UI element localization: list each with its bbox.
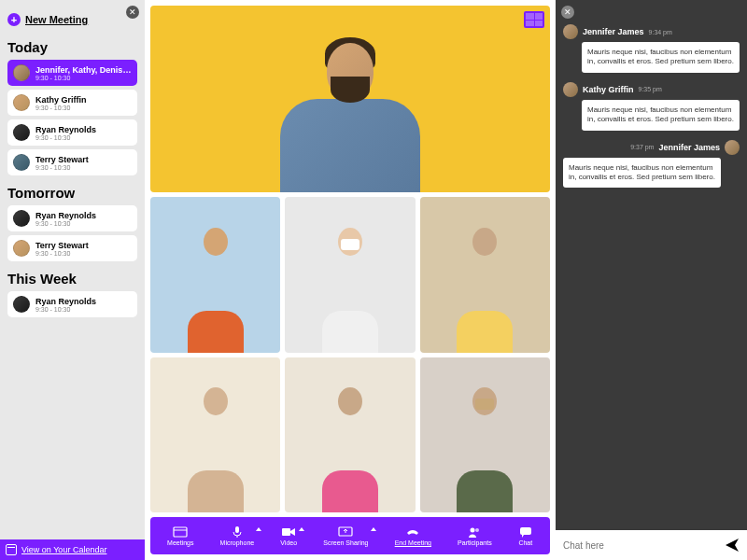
speaker-video[interactable] xyxy=(150,6,550,192)
meeting-item[interactable]: Ryan Reynolds 9:30 - 10:30 xyxy=(7,205,137,231)
meeting-time: 9:30 - 10:30 xyxy=(35,220,96,227)
send-icon[interactable] xyxy=(725,538,740,553)
meeting-time: 9:30 - 10:30 xyxy=(35,164,89,171)
new-meeting-button[interactable]: + New Meeting xyxy=(7,13,137,26)
avatar xyxy=(13,296,30,313)
meeting-time: 9:30 - 10:30 xyxy=(35,250,89,257)
chat-input[interactable] xyxy=(563,540,717,551)
meeting-toolbar: Meetings Microphone Video Screen Sharing… xyxy=(150,517,550,554)
participant-video[interactable] xyxy=(150,357,280,513)
plus-icon: + xyxy=(7,13,21,26)
microphone-icon xyxy=(230,525,245,539)
avatar xyxy=(725,140,740,155)
svg-point-7 xyxy=(475,528,479,532)
meeting-name: Kathy Griffin xyxy=(35,95,87,105)
chat-message: Kathy Griffin9:35 pm Mauris neque nisi, … xyxy=(563,82,740,131)
chat-messages: Jennifer James9:34 pm Mauris neque nisi,… xyxy=(556,0,747,530)
avatar xyxy=(13,124,30,141)
section-today-title: Today xyxy=(7,39,137,55)
meeting-item[interactable]: Jennifer, Kathy, Denise... 9:30 - 10:30 xyxy=(7,60,137,86)
message-text: Mauris neque nisi, faucibus non elementu… xyxy=(582,42,740,73)
avatar xyxy=(13,94,30,111)
participants-button[interactable]: Participants xyxy=(458,525,492,546)
video-button[interactable]: Video xyxy=(280,525,297,546)
meeting-name: Ryan Reynolds xyxy=(35,125,96,134)
screen-share-icon xyxy=(338,525,353,539)
meeting-time: 9:30 - 10:30 xyxy=(35,134,96,141)
chevron-up-icon xyxy=(256,527,261,531)
meetings-icon xyxy=(173,525,188,539)
message-text: Mauris neque nisi, faucibus non elementu… xyxy=(582,100,740,131)
meetings-button[interactable]: Meetings xyxy=(167,525,193,546)
participant-video[interactable] xyxy=(285,357,415,513)
svg-rect-8 xyxy=(520,527,531,535)
message-text: Mauris neque nisi, faucibus non elementu… xyxy=(563,158,721,189)
screen-sharing-button[interactable]: Screen Sharing xyxy=(323,525,368,546)
meeting-item[interactable]: Ryan Reynolds 9:30 - 10:30 xyxy=(7,119,137,146)
participant-video[interactable] xyxy=(150,197,280,353)
avatar xyxy=(563,24,578,39)
meeting-name: Terry Stewart xyxy=(35,241,89,250)
participant-video[interactable] xyxy=(285,197,415,353)
close-sidebar-button[interactable]: ✕ xyxy=(126,6,139,19)
avatar xyxy=(13,210,30,227)
meeting-item[interactable]: Terry Stewart 9:30 - 10:30 xyxy=(7,149,137,175)
svg-rect-4 xyxy=(282,528,290,536)
chat-icon xyxy=(518,525,533,539)
meeting-item[interactable]: Ryan Reynolds 9:30 - 10:30 xyxy=(7,291,137,317)
meeting-name: Jennifer, Kathy, Denise... xyxy=(35,65,132,75)
meeting-item[interactable]: Kathy Griffin 9:30 - 10:30 xyxy=(7,90,137,116)
avatar xyxy=(563,82,578,97)
avatar xyxy=(13,240,30,257)
meeting-name: Ryan Reynolds xyxy=(35,297,96,306)
end-call-icon xyxy=(405,525,420,539)
calendar-icon xyxy=(6,544,17,555)
section-thisweek-title: This Week xyxy=(7,271,137,287)
section-tomorrow-title: Tomorrow xyxy=(7,185,137,201)
chat-button[interactable]: Chat xyxy=(518,525,533,546)
meeting-item[interactable]: Terry Stewart 9:30 - 10:30 xyxy=(7,235,137,261)
chat-panel: ✕ Jennifer James9:34 pm Mauris neque nis… xyxy=(556,0,747,560)
svg-point-6 xyxy=(471,528,475,533)
participants-icon xyxy=(467,525,482,539)
sidebar: ✕ + New Meeting Today Jennifer, Kathy, D… xyxy=(0,0,145,560)
chevron-up-icon xyxy=(299,527,304,531)
svg-rect-0 xyxy=(174,527,187,537)
chevron-up-icon xyxy=(371,527,376,531)
meeting-name: Terry Stewart xyxy=(35,155,89,164)
meeting-time: 9:30 - 10:30 xyxy=(35,105,87,111)
avatar xyxy=(13,64,30,81)
meeting-time: 9:30 - 10:30 xyxy=(35,306,96,313)
video-icon xyxy=(281,525,296,539)
end-meeting-button[interactable]: End Meeting xyxy=(395,525,431,546)
main-area: Meetings Microphone Video Screen Sharing… xyxy=(145,0,556,560)
avatar xyxy=(13,154,30,171)
layout-button[interactable] xyxy=(524,11,544,28)
participant-video[interactable] xyxy=(420,357,550,513)
chat-input-bar xyxy=(556,530,747,560)
close-chat-button[interactable]: ✕ xyxy=(561,6,574,19)
chat-message: Jennifer James9:34 pm Mauris neque nisi,… xyxy=(563,24,740,73)
meeting-name: Ryan Reynolds xyxy=(35,211,96,220)
svg-rect-2 xyxy=(235,526,239,533)
new-meeting-label: New Meeting xyxy=(25,14,88,25)
chat-message: Jennifer James9:37 pm Mauris neque nisi,… xyxy=(563,140,740,189)
calendar-link-label: View on Your Calendar xyxy=(21,545,106,554)
microphone-button[interactable]: Microphone xyxy=(220,525,255,546)
participant-video[interactable] xyxy=(420,197,550,353)
participant-grid xyxy=(150,197,550,512)
meeting-time: 9:30 - 10:30 xyxy=(35,75,132,81)
view-calendar-link[interactable]: View on Your Calendar xyxy=(0,539,145,560)
